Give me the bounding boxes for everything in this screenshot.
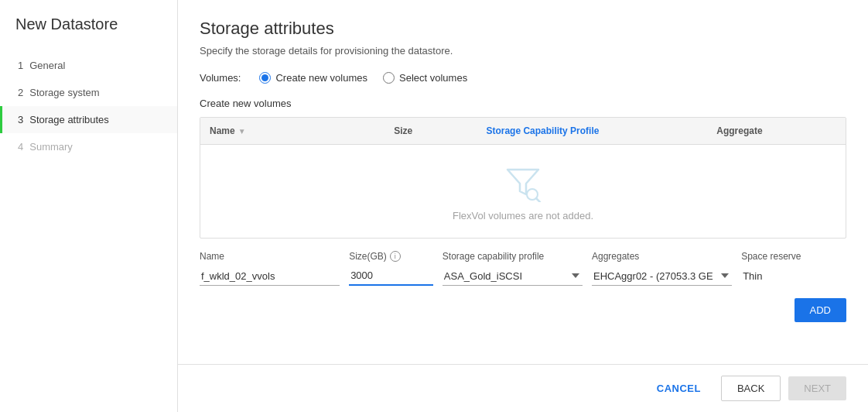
sidebar-item-label: General xyxy=(29,60,65,71)
aggregates-wrapper: EHCAggr02 - (27053.3 GE xyxy=(592,267,732,286)
table-header: Name ▼ Size Storage Capability Profile A… xyxy=(200,118,846,145)
th-storage-cap-profile: Storage Capability Profile xyxy=(477,118,707,144)
sidebar: New Datastore 1 General 2 Storage system… xyxy=(0,0,178,412)
table-body: FlexVol volumes are not added. xyxy=(200,145,846,238)
radio-create-label: Create new volumes xyxy=(275,72,367,84)
add-form: Name Size(GB) i Storage capability profi… xyxy=(200,251,846,322)
add-form-header: Name Size(GB) i Storage capability profi… xyxy=(200,251,846,262)
sidebar-item-storage-attributes[interactable]: 3 Storage attributes xyxy=(0,106,177,133)
label-size-gb: Size(GB) i xyxy=(349,251,433,262)
add-btn-row: ADD xyxy=(200,295,846,322)
volumes-row: Volumes: Create new volumes Select volum… xyxy=(200,72,846,84)
page-subtitle: Specify the storage details for provisio… xyxy=(200,45,846,57)
add-button[interactable]: ADD xyxy=(795,298,846,322)
space-reserve-wrapper: Thin xyxy=(741,270,846,282)
size-info-icon[interactable]: i xyxy=(390,251,401,262)
name-field-wrapper xyxy=(200,267,340,286)
storage-cap-profile-wrapper: ASA_Gold_iSCSI xyxy=(443,267,583,286)
name-input[interactable] xyxy=(200,267,340,286)
label-storage-cap-profile: Storage capability profile xyxy=(443,251,583,262)
volumes-table: Name ▼ Size Storage Capability Profile A… xyxy=(200,117,846,239)
cancel-button[interactable]: CANCEL xyxy=(644,376,713,400)
sidebar-item-label: Storage system xyxy=(29,87,99,98)
th-name: Name ▼ xyxy=(200,118,384,144)
empty-message: FlexVol volumes are not added. xyxy=(453,210,593,221)
storage-cap-profile-select[interactable]: ASA_Gold_iSCSI xyxy=(443,267,583,286)
radio-create-input[interactable] xyxy=(259,72,271,84)
sidebar-item-storage-system[interactable]: 2 Storage system xyxy=(0,79,177,106)
size-field-wrapper xyxy=(349,266,433,286)
sidebar-item-number: 1 xyxy=(18,60,23,71)
size-input[interactable] xyxy=(349,266,433,286)
sidebar-item-number: 2 xyxy=(18,87,23,98)
radio-select-input[interactable] xyxy=(383,72,395,84)
label-space-reserve: Space reserve xyxy=(741,251,846,262)
radio-group: Create new volumes Select volumes xyxy=(259,72,467,84)
sidebar-item-summary: 4 Summary xyxy=(0,133,177,160)
radio-select-label: Select volumes xyxy=(399,72,467,84)
th-size: Size xyxy=(384,118,477,144)
footer: CANCEL BACK NEXT xyxy=(178,364,868,412)
sidebar-item-number: 4 xyxy=(18,141,23,153)
sidebar-item-general[interactable]: 1 General xyxy=(0,52,177,79)
back-button[interactable]: BACK xyxy=(721,376,781,401)
volumes-label: Volumes: xyxy=(200,72,241,84)
space-reserve-value: Thin xyxy=(741,267,764,285)
empty-icon xyxy=(503,162,543,202)
content-area: Storage attributes Specify the storage d… xyxy=(178,0,868,364)
th-aggregate: Aggregate xyxy=(707,118,846,144)
sidebar-item-label: Summary xyxy=(29,141,73,153)
svg-line-1 xyxy=(536,198,540,202)
main-panel: Storage attributes Specify the storage d… xyxy=(178,0,868,412)
app-title: New Datastore xyxy=(0,15,177,52)
add-form-inputs: ASA_Gold_iSCSI EHCAggr02 - (27053.3 GE T… xyxy=(200,266,846,286)
radio-create-new[interactable]: Create new volumes xyxy=(259,72,367,84)
section-subtitle: Create new volumes xyxy=(200,98,846,109)
aggregates-select[interactable]: EHCAggr02 - (27053.3 GE xyxy=(592,267,732,286)
sidebar-item-number: 3 xyxy=(18,114,23,125)
page-title: Storage attributes xyxy=(200,19,846,39)
sidebar-item-label: Storage attributes xyxy=(29,114,109,125)
radio-select[interactable]: Select volumes xyxy=(383,72,467,84)
label-aggregates: Aggregates xyxy=(592,251,732,262)
label-name: Name xyxy=(200,251,340,262)
next-button: NEXT xyxy=(788,376,846,400)
sort-icon: ▼ xyxy=(238,127,246,136)
